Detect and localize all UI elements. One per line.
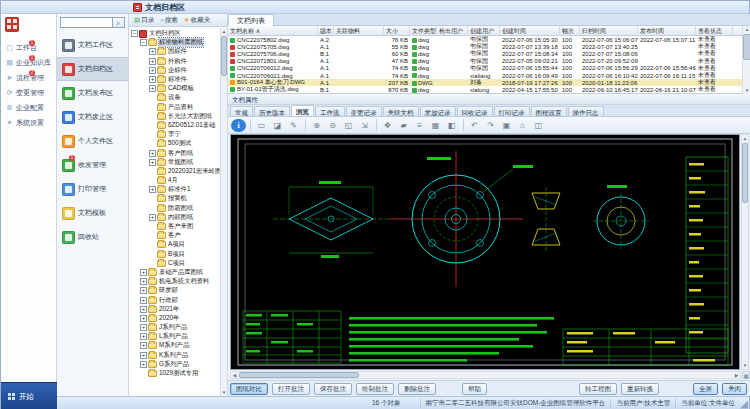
expand-minus-icon[interactable]: − bbox=[131, 30, 138, 37]
preview-hscrollbar[interactable]: ◀ ▶ bbox=[230, 371, 741, 379]
tree-item[interactable]: C项目 bbox=[129, 259, 220, 268]
tree-item[interactable]: +机电系统文档资料 bbox=[129, 277, 220, 286]
tree-item[interactable]: B项目 bbox=[129, 250, 220, 259]
tree-scrollbar[interactable]: ▲ ▼ bbox=[220, 28, 227, 396]
tree-item[interactable]: +企标件 bbox=[129, 66, 220, 75]
props-tab-发放记录[interactable]: 发放记录 bbox=[420, 106, 456, 116]
props-tab-常规[interactable]: 常规 bbox=[230, 106, 253, 116]
preview-options-icon[interactable]: ▦ bbox=[742, 371, 750, 379]
column-header-creator[interactable]: 创建用户 bbox=[468, 26, 500, 35]
expand-plus-icon[interactable]: + bbox=[140, 342, 147, 349]
tree-item[interactable]: 20220321宏来岭图纸 bbox=[129, 167, 220, 176]
column-header-type[interactable]: 文件类型 bbox=[410, 26, 437, 35]
tree-item[interactable]: +外购件 bbox=[129, 57, 220, 66]
preview-vscrollbar[interactable]: ▲ ▼ bbox=[741, 134, 749, 370]
tree-item[interactable]: 设备 bbox=[129, 93, 220, 102]
action-button-1[interactable]: 打开批注 bbox=[272, 383, 310, 395]
tree-item[interactable]: +L系列产品 bbox=[129, 332, 220, 341]
column-header-checkout[interactable]: 检出用户 bbox=[437, 26, 468, 35]
nav-item-8[interactable]: 回收站 bbox=[57, 225, 128, 249]
props-tab-图框设置[interactable]: 图框设置 bbox=[531, 106, 567, 116]
expand-plus-icon[interactable]: + bbox=[140, 287, 147, 294]
expand-plus-icon[interactable]: + bbox=[149, 67, 156, 74]
expand-plus-icon[interactable]: + bbox=[149, 48, 156, 55]
nav-item-7[interactable]: 文档模板 bbox=[57, 201, 128, 225]
nav-item-0[interactable]: 文档工作区 bbox=[57, 33, 128, 57]
tree-item[interactable]: +2020年 bbox=[129, 314, 220, 323]
tree-item[interactable]: +客户图纸 bbox=[129, 148, 220, 157]
tree-item[interactable]: +G系列产品 bbox=[129, 360, 220, 369]
display-icon[interactable]: ▣ bbox=[499, 119, 514, 132]
undo-icon[interactable]: ↶ bbox=[467, 119, 482, 132]
expand-minus-icon[interactable]: − bbox=[140, 39, 147, 46]
tree-item[interactable]: +研发部 bbox=[129, 286, 220, 295]
tree-item[interactable]: +2021年 bbox=[129, 305, 220, 314]
table-row[interactable]: BY-01-01管子清洗.dwgB.1870 KBdwgxialong2022-… bbox=[228, 86, 750, 93]
tree-item[interactable]: 客户来图 bbox=[129, 222, 220, 231]
sidebar-item-2[interactable]: ➤流程管理2 bbox=[1, 70, 56, 85]
props-tab-操作日志[interactable]: 操作日志 bbox=[568, 106, 604, 116]
tree-item[interactable]: 客户 bbox=[129, 231, 220, 240]
edit-icon[interactable]: ✎ bbox=[286, 119, 301, 132]
tree-item[interactable]: 报警机 bbox=[129, 194, 220, 203]
resize-grip[interactable] bbox=[740, 399, 748, 409]
nav-item-5[interactable]: 收发管理1 bbox=[57, 153, 128, 177]
expand-plus-icon[interactable]: + bbox=[149, 159, 156, 166]
tree-toolbar-search[interactable]: ⌕搜索 bbox=[157, 15, 181, 26]
column-header-version[interactable]: 版本 bbox=[318, 26, 334, 35]
props-tab-工作流[interactable]: 工作流 bbox=[315, 106, 345, 116]
sidebar-item-4[interactable]: ⚙企业配置 bbox=[1, 100, 56, 115]
column-header-published[interactable]: 发布时间 bbox=[638, 26, 696, 35]
props-tab-浏览[interactable]: 浏览 bbox=[291, 105, 314, 116]
expand-plus-icon[interactable]: + bbox=[149, 76, 156, 83]
markup-pen-icon[interactable]: ▰ bbox=[396, 119, 411, 132]
tree-scroll-thumb[interactable] bbox=[221, 36, 227, 76]
tree-item[interactable]: 4月 bbox=[129, 176, 220, 185]
expand-plus-icon[interactable]: + bbox=[149, 186, 156, 193]
tree-item[interactable]: +国标件 bbox=[129, 47, 220, 56]
expand-plus-icon[interactable]: + bbox=[149, 214, 156, 221]
home-icon[interactable]: ⌂ bbox=[515, 119, 530, 132]
scroll-up-icon[interactable]: ▲ bbox=[221, 28, 227, 35]
nav-item-2[interactable]: 文档发布区 bbox=[57, 81, 128, 105]
scroll-down-icon[interactable]: ▼ bbox=[221, 389, 227, 396]
expand-plus-icon[interactable]: + bbox=[140, 306, 147, 313]
expand-plus-icon[interactable]: + bbox=[140, 324, 147, 331]
scroll-up-icon[interactable]: ▲ bbox=[742, 135, 748, 142]
nav-item-4[interactable]: 个人文件区 bbox=[57, 129, 128, 153]
tree-item[interactable]: 长光法大割图纸 bbox=[129, 112, 220, 121]
sidebar-item-3[interactable]: ⟳变更管理 bbox=[1, 85, 56, 100]
nav-item-3[interactable]: 文档废止区 bbox=[57, 105, 128, 129]
tree-item[interactable]: +J系列产品 bbox=[129, 323, 220, 332]
props-tab-关联文档[interactable]: 关联文档 bbox=[383, 106, 419, 116]
nav-item-1[interactable]: 文档归档区 bbox=[57, 57, 128, 81]
tree-item[interactable]: 防霜图纸 bbox=[129, 204, 220, 213]
zoom-out-icon[interactable]: ⊖ bbox=[325, 119, 340, 132]
tree-item[interactable]: +K系列产品 bbox=[129, 351, 220, 360]
sidebar-item-1[interactable]: ▤企业知识库1 bbox=[1, 55, 56, 70]
tree-item[interactable]: +M系列产品 bbox=[129, 341, 220, 350]
expand-plus-icon[interactable]: + bbox=[140, 315, 147, 322]
expand-plus-icon[interactable]: + bbox=[149, 150, 156, 157]
search-input[interactable] bbox=[60, 17, 113, 28]
action-button-2[interactable]: 保存批注 bbox=[314, 383, 352, 395]
window-action-0[interactable]: 全屏 bbox=[693, 383, 718, 395]
column-header-size[interactable]: 大小 bbox=[384, 26, 410, 35]
tree-item[interactable]: +CAD模板 bbox=[129, 84, 220, 93]
tree-item[interactable]: +常规图纸 bbox=[129, 158, 220, 167]
expand-plus-icon[interactable]: + bbox=[140, 297, 147, 304]
sidebar-item-5[interactable]: ✦系统设置 bbox=[1, 115, 56, 130]
column-header-material[interactable]: 关联物料 bbox=[334, 26, 384, 35]
column-header-sheet[interactable]: 幅次 bbox=[560, 26, 580, 35]
column-header-name[interactable]: 文档名称 ∧ bbox=[228, 26, 318, 35]
tree-item[interactable]: +内部图纸 bbox=[129, 213, 220, 222]
scroll-left-icon[interactable]: ◀ bbox=[231, 372, 238, 378]
search-button[interactable]: ⌕ bbox=[113, 17, 125, 28]
column-header-archived[interactable]: 归档时间 bbox=[580, 26, 638, 35]
convert-button-0[interactable]: 转工程图 bbox=[579, 383, 617, 395]
props-tab-变更记录[interactable]: 变更记录 bbox=[346, 106, 382, 116]
info-icon[interactable]: i bbox=[231, 119, 246, 132]
table-scroll-thumb[interactable] bbox=[743, 34, 750, 60]
props-tab-回收记录[interactable]: 回收记录 bbox=[457, 106, 493, 116]
props-tab-打印记录[interactable]: 打印记录 bbox=[494, 106, 530, 116]
